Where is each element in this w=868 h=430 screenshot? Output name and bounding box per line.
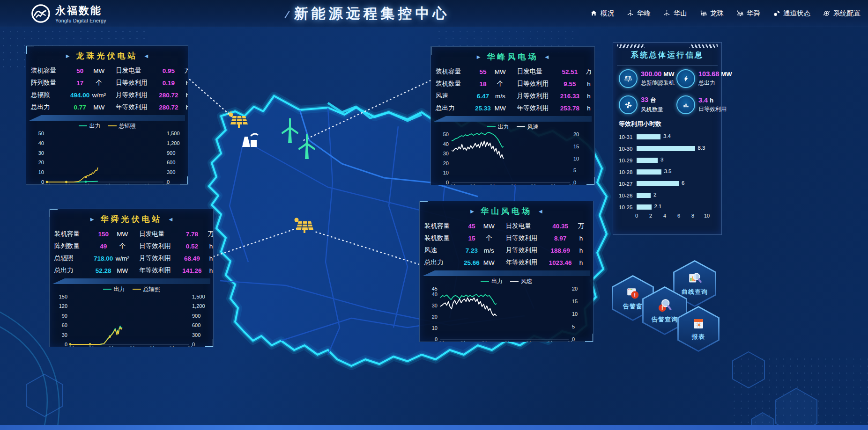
wind-turbine-icon <box>626 9 634 17</box>
connector-lines <box>190 80 430 264</box>
arrow-left-icon: ◀ <box>145 53 148 58</box>
svg-text:60: 60 <box>62 322 67 328</box>
station-stats: 装机容量45MW装机数量15个风速7.23m/s总出力25.66MW日发电量40… <box>424 220 588 269</box>
svg-text:0时: 0时 <box>436 341 444 342</box>
svg-text:12时: 12时 <box>100 183 111 185</box>
panel-huafeng-wind-farm: ▶华峰风电场◀ 装机容量55MW装机数量18个风速6.47m/s总出力25.33… <box>430 46 595 185</box>
stat-row: 日发电量40.35万 <box>506 220 591 232</box>
svg-text:12时: 12时 <box>124 346 135 347</box>
bar <box>637 204 652 210</box>
stat-row: 月等效利用216.33h <box>517 90 595 102</box>
nav-item-概况[interactable]: 概况 <box>590 9 614 18</box>
arrow-left-icon: ◀ <box>169 217 173 222</box>
logo-icon <box>31 4 51 23</box>
svg-text:0时: 0时 <box>159 183 167 185</box>
svg-text:0时: 0时 <box>43 183 51 185</box>
station-stats: 装机容量55MW装机数量18个风速6.47m/s总出力25.33MW日发电量52… <box>436 66 590 114</box>
svg-text:20时: 20时 <box>163 346 174 347</box>
stat-row: 风速7.23m/s <box>424 244 498 256</box>
bar <box>637 181 679 186</box>
nav-item-华舜[interactable]: 华舜 <box>736 9 760 18</box>
svg-text:16时: 16时 <box>144 346 155 347</box>
wind-turbine-icon <box>663 9 671 17</box>
bar-row: 10-276 <box>619 178 716 189</box>
report-icon <box>692 317 705 330</box>
map-power-plant-icon <box>242 134 258 147</box>
quick-action-report[interactable]: 报表 <box>677 306 720 352</box>
chart-legend: 出力总辐照 <box>31 122 183 130</box>
svg-text:40: 40 <box>432 292 438 297</box>
dot-pattern <box>731 356 868 430</box>
legend-item: 总辐照 <box>108 122 136 130</box>
shelf-divider <box>52 278 210 284</box>
summary-stats: 300.00MW总新能源装机 103.68MW总出力 33台风机数量 3.4h日… <box>619 69 716 114</box>
svg-text:16时: 16时 <box>525 184 536 185</box>
chart-legend: 出力风速 <box>424 277 588 285</box>
stat-row: 总辐照494.00w/m² <box>31 89 108 101</box>
bar <box>637 169 661 175</box>
channel-status-icon <box>772 9 780 17</box>
svg-text:4时: 4时 <box>467 184 475 185</box>
svg-text:20: 20 <box>443 160 449 166</box>
svg-text:30: 30 <box>62 332 67 338</box>
svg-text:30: 30 <box>443 151 449 156</box>
svg-text:40: 40 <box>443 141 449 147</box>
stat-row: 月等效利用280.72h <box>116 89 188 101</box>
bar-row: 10-308.3 <box>619 143 716 154</box>
title-decoration <box>284 11 289 18</box>
bar-row: 10-313.4 <box>619 131 716 143</box>
bar <box>637 134 660 139</box>
svg-text:20: 20 <box>432 314 438 320</box>
bar-chart-axis: 0246810 <box>637 213 707 220</box>
svg-text:8时: 8时 <box>479 341 487 342</box>
panel-huashan-wind-farm: ▶华山风电场◀ 装机容量45MW装机数量15个风速7.23m/s总出力25.66… <box>419 201 594 342</box>
svg-text:90: 90 <box>62 313 67 319</box>
bar-chart-title: 等效利用小时数 <box>619 120 716 128</box>
arrow-left-icon: ◀ <box>545 54 549 59</box>
svg-text:5: 5 <box>573 168 576 173</box>
legend-item: 风速 <box>510 277 532 285</box>
stat-row: 日等效利用9.55h <box>517 78 595 90</box>
arrow-left-icon: ◀ <box>539 209 542 214</box>
sidebar-title: 系统总体运行信息 <box>619 50 716 60</box>
svg-text:0时: 0时 <box>185 346 193 347</box>
map-solar-station-icon <box>227 111 248 128</box>
panel-huashun-pv-station: ▶华舜光伏电站◀ 装机容量150MW阵列数量49个总辐照718.00w/m²总出… <box>49 209 214 347</box>
svg-text:600: 600 <box>192 322 200 328</box>
svg-text:8时: 8时 <box>487 184 495 185</box>
svg-text:4时: 4时 <box>86 346 94 347</box>
bolt-icon <box>676 69 695 88</box>
bar <box>637 158 658 163</box>
nav-item-通道状态[interactable]: 通道状态 <box>772 9 810 18</box>
output-windspeed-chart: 01020304050051015200时4时8时12时16时20时0时 <box>436 131 591 185</box>
alarm-query-icon: ! <box>657 298 672 313</box>
brand-name-en: Yongfu Digital Energy <box>55 18 106 23</box>
nav-item-龙珠[interactable]: 龙珠 <box>699 9 724 18</box>
stat-row: 年等效利用253.78h <box>517 102 595 114</box>
stat-total-output: 103.68MW总出力 <box>676 69 732 88</box>
stat-row: 总出力25.33MW <box>436 102 510 114</box>
legend-item: 总辐照 <box>133 285 160 293</box>
divider <box>617 65 718 66</box>
svg-text:0时: 0时 <box>66 346 74 347</box>
shelf-divider <box>29 115 185 121</box>
stat-row: 日等效利用0.19h <box>116 77 188 89</box>
shelf-divider <box>423 270 590 276</box>
nav-item-华山[interactable]: 华山 <box>663 9 687 18</box>
solar-panel-icon <box>619 69 638 88</box>
svg-text:12时: 12时 <box>499 341 510 342</box>
svg-text:120: 120 <box>59 303 67 309</box>
nav-item-系统配置[interactable]: 系统配置 <box>823 9 861 18</box>
svg-text:15: 15 <box>573 144 579 149</box>
solar-panel-icon <box>736 9 744 17</box>
stat-row: 总出力25.66MW <box>424 256 498 269</box>
svg-text:!: ! <box>634 292 636 298</box>
fan-icon <box>619 95 638 114</box>
svg-text:20: 20 <box>573 131 579 137</box>
shelf-divider <box>434 116 592 122</box>
nav-item-华峰[interactable]: 华峰 <box>626 9 651 18</box>
output-irradiance-chart: 0102030405003006009001,2001,5000时4时8时12时… <box>31 130 184 185</box>
arrow-right-icon: ▶ <box>90 217 94 222</box>
svg-text:40: 40 <box>38 140 44 146</box>
stat-row: 阵列数量17个 <box>31 77 108 89</box>
